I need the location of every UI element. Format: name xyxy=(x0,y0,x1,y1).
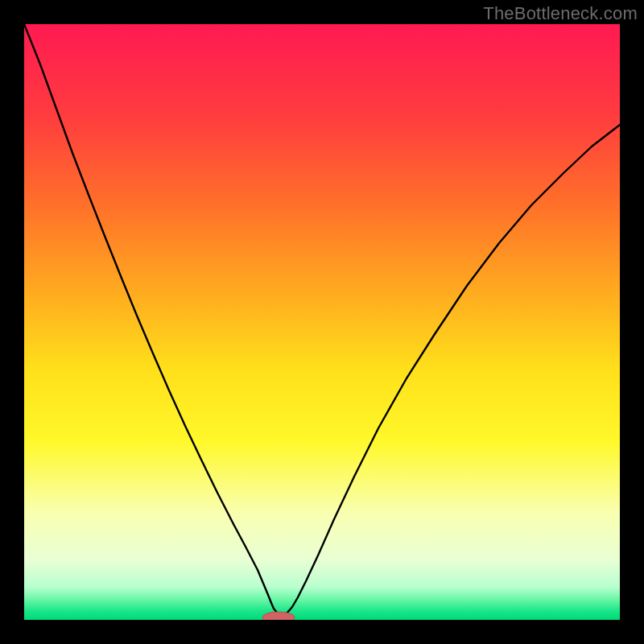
bottleneck-marker xyxy=(262,612,295,620)
plot-frame xyxy=(24,24,620,620)
watermark-label: TheBottleneck.com xyxy=(483,3,638,24)
bottleneck-chart xyxy=(24,24,620,620)
gradient-background xyxy=(24,24,620,620)
